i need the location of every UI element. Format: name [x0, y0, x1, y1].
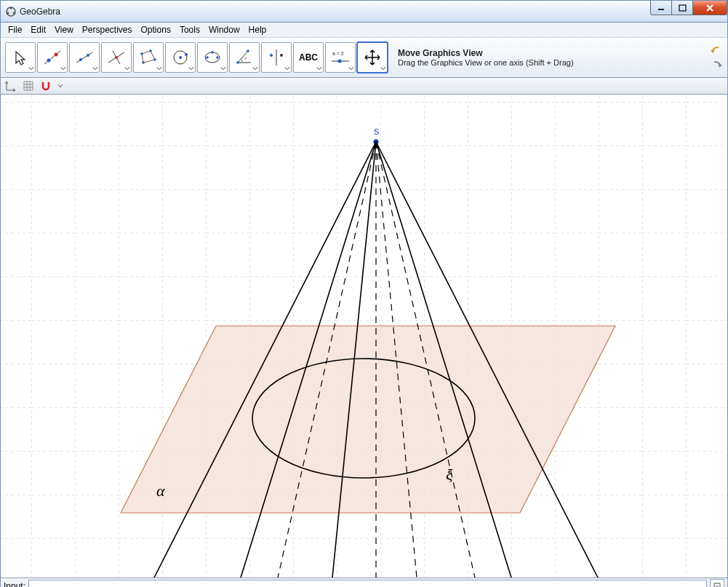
- svg-point-20: [179, 56, 182, 59]
- text-tool[interactable]: ABC: [293, 42, 324, 73]
- svg-point-14: [115, 56, 118, 59]
- polygon-tool[interactable]: [133, 42, 164, 73]
- chevron-down-icon: [348, 65, 354, 71]
- graphics-canvas: S: [1, 95, 728, 578]
- undo-button[interactable]: [710, 44, 723, 56]
- minimize-icon: [657, 4, 665, 12]
- snap-icon[interactable]: [40, 80, 52, 92]
- svg-point-16: [140, 52, 143, 55]
- angle-tool[interactable]: α: [229, 42, 260, 73]
- svg-point-30: [270, 54, 273, 57]
- chevron-down-icon: [284, 65, 290, 71]
- svg-point-1: [7, 12, 9, 14]
- svg-point-17: [149, 49, 152, 52]
- menu-options[interactable]: Options: [137, 23, 175, 36]
- input-history-button[interactable]: [710, 579, 724, 587]
- sub-toolbar: [0, 78, 728, 95]
- conic-tool[interactable]: [197, 42, 228, 73]
- move-view-icon: [363, 48, 382, 67]
- chevron-down-icon: [380, 65, 386, 71]
- svg-point-8: [55, 53, 58, 57]
- menu-window[interactable]: Window: [204, 23, 244, 36]
- redo-button[interactable]: [710, 59, 723, 71]
- menu-edit[interactable]: Edit: [26, 23, 50, 36]
- menubar: File Edit View Perspectives Options Tool…: [0, 23, 728, 37]
- svg-point-24: [216, 56, 219, 59]
- menu-tools[interactable]: Tools: [175, 23, 204, 36]
- maximize-button[interactable]: [671, 1, 693, 15]
- label-xi: ξ: [446, 466, 452, 484]
- axes-icon[interactable]: [5, 80, 17, 92]
- toolbar-right: [710, 44, 723, 71]
- graphics-view[interactable]: S α ξ: [0, 95, 728, 578]
- minimize-button[interactable]: [650, 1, 672, 15]
- svg-point-26: [236, 61, 239, 64]
- line-tool[interactable]: [69, 42, 100, 73]
- chevron-down-icon: [60, 65, 66, 71]
- svg-point-10: [79, 58, 82, 61]
- svg-point-15: [142, 61, 145, 64]
- toolbar: α ABC a = 2 Move Graphics View Drag the …: [0, 37, 728, 78]
- svg-point-2: [13, 12, 15, 14]
- point-tool[interactable]: [37, 42, 68, 73]
- chevron-down-icon: [124, 65, 130, 71]
- svg-point-7: [47, 59, 51, 63]
- arrow-tool[interactable]: [5, 42, 36, 73]
- chevron-down-icon: [156, 65, 162, 71]
- svg-point-23: [206, 56, 209, 59]
- svg-point-18: [153, 58, 156, 61]
- svg-point-31: [280, 54, 283, 57]
- svg-point-21: [185, 53, 188, 56]
- window-buttons: [651, 1, 727, 15]
- label-alpha: α: [156, 482, 165, 500]
- input-bar: Input:: [0, 578, 728, 587]
- text-icon: ABC: [299, 52, 318, 63]
- titlebar: GeoGebra: [0, 0, 728, 23]
- chevron-down-icon: [252, 65, 258, 71]
- input-label: Input:: [4, 581, 25, 587]
- chevron-down-icon: [92, 65, 98, 71]
- history-icon: [713, 583, 721, 587]
- chevron-down-icon: [316, 65, 322, 71]
- tool-info-title: Move Graphics View: [398, 48, 574, 58]
- reflect-tool[interactable]: [261, 42, 292, 73]
- maximize-icon: [679, 4, 687, 12]
- svg-text:a = 2: a = 2: [332, 51, 344, 56]
- input-field[interactable]: [28, 580, 707, 587]
- move-view-tool[interactable]: [357, 42, 388, 73]
- svg-point-11: [87, 54, 89, 57]
- app-logo-icon: [5, 6, 17, 17]
- svg-point-34: [338, 60, 342, 63]
- menu-help[interactable]: Help: [244, 23, 271, 36]
- chevron-down-icon: [220, 65, 226, 71]
- arrow-icon: [12, 49, 29, 66]
- svg-rect-5: [679, 5, 686, 11]
- svg-line-6: [44, 51, 60, 64]
- svg-point-27: [247, 49, 249, 52]
- grid-icon[interactable]: [23, 80, 34, 92]
- svg-text:S: S: [374, 127, 379, 136]
- menu-perspectives[interactable]: Perspectives: [78, 23, 137, 36]
- svg-point-25: [211, 51, 214, 54]
- menu-file[interactable]: File: [4, 23, 26, 36]
- close-icon: [705, 4, 714, 12]
- svg-point-3: [10, 7, 12, 9]
- circle-tool[interactable]: [165, 42, 196, 73]
- tool-info: Move Graphics View Drag the Graphics Vie…: [398, 48, 574, 67]
- tool-info-desc: Drag the Graphics View or one axis (Shif…: [398, 58, 574, 67]
- segment-tool[interactable]: [101, 42, 132, 73]
- close-button[interactable]: [692, 1, 727, 15]
- chevron-down-icon[interactable]: [57, 83, 63, 89]
- menu-view[interactable]: View: [50, 23, 78, 36]
- window-title: GeoGebra: [20, 7, 60, 17]
- svg-line-9: [76, 52, 92, 63]
- svg-text:α: α: [244, 56, 247, 60]
- chevron-down-icon: [188, 65, 194, 71]
- slider-tool[interactable]: a = 2: [325, 42, 356, 73]
- chevron-down-icon: [28, 65, 34, 71]
